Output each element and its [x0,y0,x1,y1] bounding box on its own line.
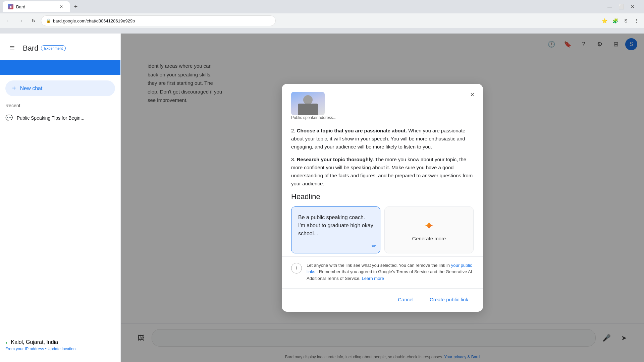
address-bar-row: ← → ↻ 🔒 bard.google.com/chat/d3064128619… [0,13,644,28]
chat-item-title: Public Speaking Tips for Begin... [17,115,85,121]
browser-actions: ⭐ 🧩 S ⋮ [600,16,641,25]
info-text-part2: . Remember that you agreed to Google's T… [307,269,472,281]
tab-favicon: B [8,4,13,9]
info-row: i Let anyone with the link see what you … [282,256,483,289]
list-bold-3: Research your topic thoroughly. [297,157,374,162]
forward-button[interactable]: → [15,15,26,26]
tab-close-button[interactable]: ✕ [58,4,64,10]
bookmark-button[interactable]: ⭐ [600,16,609,25]
back-button[interactable]: ← [3,15,13,26]
chrome-menu-button[interactable]: ⋮ [632,16,641,25]
speaker-image-preview [291,92,325,115]
card-edit-icon[interactable]: ✏ [372,243,376,249]
close-window-button[interactable]: ✕ [628,2,637,11]
info-text-part1: Let anyone with the link see what you se… [307,263,451,268]
plus-icon: + [12,84,16,92]
learn-more-link[interactable]: Learn more [362,276,384,281]
location-dot: ● [5,341,7,345]
location-separator: • [45,347,48,351]
app-title-text: Bard [23,44,38,53]
address-bar[interactable]: 🔒 bard.google.com/chat/d3064128619e929b [41,15,276,26]
sidebar: ☰ Bard Experiment + New chat Recent 💬 Pu… [0,34,121,362]
new-tab-button[interactable]: + [71,2,80,11]
share-dialog: × Public speaker address... 2. Choose a … [282,84,483,312]
chat-bubble-icon: 💬 [5,114,13,122]
app-header: ☰ Bard Experiment [0,39,120,60]
dialog-scroll-area[interactable]: Public speaker address... 2. Choose a to… [282,84,483,256]
info-text: Let anyone with the link see what you se… [307,262,474,282]
sidebar-bottom: ● Kalol, Gujarat, India From your IP add… [0,334,120,357]
url-text: bard.google.com/chat/d3064128619e929b [53,18,135,23]
generate-more-label: Generate more [412,236,446,241]
announcement-banner [0,60,120,75]
location-name-text: Kalol, Gujarat, India [11,339,58,345]
refresh-button[interactable]: ↻ [28,15,39,26]
active-tab[interactable]: B Bard ✕ [3,1,70,12]
profile-button[interactable]: S [621,16,631,25]
app-title: Bard Experiment [23,44,66,53]
recent-label: Recent [0,103,120,111]
app-container: ☰ Bard Experiment + New chat Recent 💬 Pu… [0,34,644,362]
minimize-button[interactable]: — [605,2,614,11]
experiment-badge: Experiment [41,45,66,51]
list-bold-2: Choose a topic that you are passionate a… [297,128,407,133]
update-location-link[interactable]: Update location [48,347,75,351]
image-caption: Public speaker address... [291,115,474,120]
tab-title: Bard [16,4,25,9]
list-number-2: 2. [291,128,297,133]
dialog-footer: Cancel Create public link [282,288,483,312]
list-item-2: 2. Choose a topic that you are passionat… [291,127,474,151]
info-icon: i [291,263,302,274]
list-item-3: 3. Research your topic thoroughly. The m… [291,156,474,188]
generate-more-card[interactable]: ✦ Generate more [384,206,474,253]
main-content: 🕐 🔖 ? ⚙ ⊞ S identify areas where you can… [121,34,644,362]
lock-icon: 🔒 [46,18,51,23]
headline-card-1[interactable]: Be a public speaking coach. I'm about to… [291,206,380,253]
create-public-link-button[interactable]: Create public link [424,294,474,305]
new-chat-button[interactable]: + New chat [5,80,115,96]
cancel-button[interactable]: Cancel [392,294,419,305]
hamburger-menu-button[interactable]: ☰ [5,42,19,55]
location-name: ● Kalol, Gujarat, India [5,339,115,345]
location-info: ● Kalol, Gujarat, India From your IP add… [5,339,115,351]
restore-button[interactable]: ⬜ [616,2,626,11]
browser-chrome: B Bard ✕ + — ⬜ ✕ ← → ↻ 🔒 bard.google.com… [0,0,644,34]
headline-cards: Be a public speaking coach. I'm about to… [291,206,474,253]
dialog-close-button[interactable]: × [466,88,478,101]
browser-title-bar: B Bard ✕ + — ⬜ ✕ [0,0,644,13]
card-1-text: Be a public speaking coach. I'm about to… [298,214,373,238]
from-ip-link[interactable]: From your IP address [5,347,44,351]
dialog-overlay: × Public speaker address... 2. Choose a … [121,34,644,362]
sparkle-icon: ✦ [424,219,434,233]
location-links: From your IP address • Update location [5,347,115,351]
list-number-3: 3. [291,157,297,162]
new-chat-label: New chat [20,85,43,92]
extension-puzzle-button[interactable]: 🧩 [610,16,620,25]
headline-label: Headline [291,192,474,201]
chat-list-item[interactable]: 💬 Public Speaking Tips for Begin... [0,111,115,125]
